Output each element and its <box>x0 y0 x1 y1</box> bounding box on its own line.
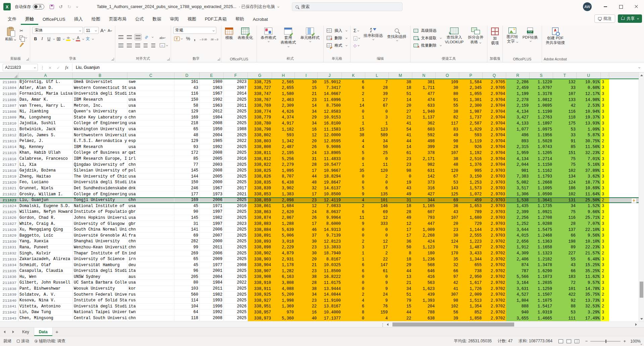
cell[interactable]: 75 <box>553 209 577 215</box>
cell[interactable]: 21 <box>389 115 412 121</box>
cell[interactable]: irn <box>127 256 174 262</box>
cell[interactable]: 338,910 <box>248 280 272 286</box>
cell[interactable]: 2,268 <box>412 233 436 239</box>
cell[interactable]: 1.4665 <box>530 315 553 322</box>
cell[interactable]: 5,082 <box>506 180 530 186</box>
cell[interactable]: Queen’s University <box>73 109 127 115</box>
cell[interactable]: 1985 <box>200 138 224 144</box>
font-dialog-launcher[interactable] <box>111 58 114 60</box>
cell[interactable]: 44 <box>389 309 412 315</box>
cell[interactable]: 338,839 <box>248 186 272 192</box>
cell[interactable]: 3,150 <box>459 174 483 180</box>
cell[interactable]: 338,767 <box>248 97 272 103</box>
cell[interactable]: 12 <box>295 203 318 209</box>
cell[interactable]: rus <box>127 292 174 298</box>
cell[interactable]: 3 <box>601 85 609 91</box>
horizontal-scrollbar-thumb[interactable] <box>392 323 514 327</box>
cell[interactable]: 1.1507 <box>530 292 553 298</box>
cell[interactable]: 2 <box>342 203 365 209</box>
cell[interactable]: 32 <box>436 262 459 268</box>
cell[interactable]: Silesian University of <box>73 168 127 174</box>
cell[interactable]: 1,137 <box>412 115 436 121</box>
cell[interactable]: Ng, Kenney <box>18 144 73 150</box>
cell[interactable]: 35.75% <box>577 292 601 298</box>
cell[interactable]: 2025 <box>224 245 248 251</box>
cell[interactable]: 269 <box>174 250 200 256</box>
cell[interactable]: 1,940 <box>412 109 436 115</box>
cell[interactable]: usa <box>127 280 174 286</box>
cell[interactable]: 3,902 <box>272 186 295 192</box>
cell[interactable]: 3,644 <box>506 227 530 233</box>
cell[interactable]: 14.98% <box>577 97 601 103</box>
cell[interactable]: 169 <box>174 198 200 203</box>
cell[interactable]: 12 <box>365 239 389 245</box>
cell[interactable]: 99 <box>174 245 200 251</box>
cell[interactable]: 2005 <box>200 174 224 180</box>
cell[interactable]: 16 <box>295 309 318 315</box>
cell[interactable]: 82 <box>436 115 459 121</box>
row-header[interactable]: 211833 <box>0 256 18 262</box>
cell[interactable]: 4,626 <box>272 109 295 115</box>
cell[interactable]: 2.9704 <box>483 156 506 162</box>
cell[interactable]: 0 <box>342 174 365 180</box>
cell[interactable]: 1.52% <box>577 203 601 209</box>
cell[interactable]: 102 <box>436 304 459 310</box>
tab-帮助[interactable]: 帮助 <box>231 13 249 25</box>
cell[interactable]: 338,779 <box>248 115 272 121</box>
row-header[interactable]: 211831 <box>0 245 18 251</box>
cell[interactable]: Grunnet, Niels <box>18 186 73 192</box>
cell[interactable]: 1,077 <box>506 127 530 133</box>
name-box[interactable]: A211823 <box>3 64 38 71</box>
cell[interactable]: 2.9702 <box>483 239 506 245</box>
cell[interactable]: Università degli Studi <box>73 91 127 97</box>
cell[interactable]: 399 <box>412 144 436 150</box>
cell[interactable]: Calabrese, Francesco <box>18 156 73 162</box>
cell[interactable]: 0.60% <box>577 85 601 91</box>
cell[interactable]: 2,315 <box>506 144 530 150</box>
cell[interactable]: 2,399 <box>506 209 530 215</box>
cell[interactable]: 2.9704 <box>483 127 506 133</box>
cell[interactable]: 2.9704 <box>483 162 506 168</box>
fill-color-chevron-icon[interactable] <box>72 38 74 40</box>
cell[interactable]: 2,044 <box>506 162 530 168</box>
avatar[interactable]: AW <box>583 2 592 11</box>
cell[interactable]: 30 <box>295 250 318 256</box>
cell[interactable]: Università degli Studi <box>73 304 127 310</box>
cell[interactable]: Xu, Mengqiang Qing <box>18 227 73 233</box>
cell[interactable]: 1992 <box>200 144 224 150</box>
cell[interactable]: Université Grenoble Al <box>73 233 127 239</box>
cell[interactable]: Peláez, J. <box>18 138 73 144</box>
cell[interactable]: 568 <box>412 262 436 268</box>
cell[interactable]: usa <box>127 120 174 127</box>
cell[interactable]: 69 <box>365 209 389 215</box>
cell[interactable]: 477 <box>412 91 436 97</box>
title-chevron-icon[interactable] <box>278 6 280 8</box>
cell[interactable]: 1,573 <box>459 186 483 192</box>
share-button[interactable]: 共享 <box>618 14 642 23</box>
cell[interactable]: 1,959 <box>506 150 530 156</box>
cell[interactable]: 1,144 <box>459 227 483 233</box>
tab-页面布局[interactable]: 页面布局 <box>105 13 131 25</box>
cell[interactable]: Università degli Studi <box>73 268 127 274</box>
cell[interactable]: 80 <box>174 280 200 286</box>
cell[interactable]: 2,278 <box>506 97 530 103</box>
cell[interactable]: 9 <box>342 191 365 197</box>
vertical-scrollbar[interactable] <box>639 72 644 322</box>
cell[interactable]: 3 <box>601 115 609 121</box>
cell[interactable]: 8.0637 <box>318 209 342 215</box>
column-header-T[interactable]: T <box>553 72 577 79</box>
cell[interactable]: 125 <box>436 191 459 197</box>
cell[interactable]: 422 <box>553 292 577 298</box>
row-header[interactable]: 211839 <box>0 292 18 298</box>
page-break-view-icon[interactable] <box>575 339 579 343</box>
cell[interactable]: Shanghai University <box>73 239 127 245</box>
cell[interactable]: 970 <box>272 309 295 315</box>
excel-logo-icon[interactable] <box>3 3 11 10</box>
cell[interactable]: 338,826 <box>248 174 272 180</box>
cell[interactable]: 134 <box>553 174 577 180</box>
cell[interactable]: 2.9703 <box>483 168 506 174</box>
cell[interactable]: 2.9702 <box>483 304 506 310</box>
cell[interactable]: 205 <box>174 274 200 280</box>
cell[interactable]: 8.7500 <box>318 103 342 109</box>
cell[interactable]: Domalski, Eugene S.D. <box>18 203 73 209</box>
